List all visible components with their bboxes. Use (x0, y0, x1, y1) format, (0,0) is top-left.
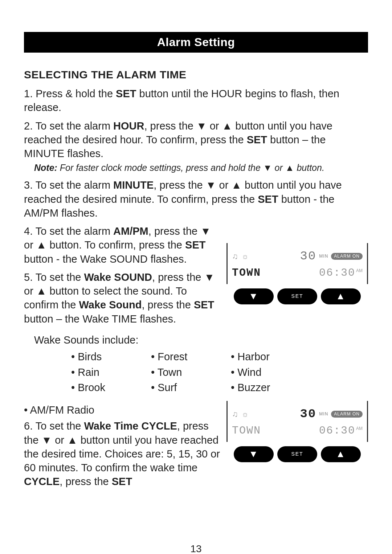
sun-icon: ☼ (242, 409, 249, 419)
step-text: To set the alarm (36, 120, 113, 132)
ampm-label: AM (356, 426, 363, 431)
step-4: 4. To set the alarm AM/PM, press the ▼ o… (24, 224, 220, 266)
illustration-2: ♫ ☼ 30 MIN ALARM ON TOWN 06:30AM (226, 401, 368, 462)
sound-item: Brook (71, 381, 147, 394)
alarm-on-badge: ALARM ON (331, 411, 363, 418)
bold-set: SET (194, 299, 214, 311)
bold-hour: HOUR (113, 120, 144, 132)
step-text: To set the alarm (36, 179, 113, 191)
step-number: 1. (24, 88, 33, 99)
up-button[interactable]: ▲ (321, 446, 361, 462)
bold-set: SET (185, 239, 205, 251)
step-number: 6. (24, 420, 33, 432)
bold-set: SET (258, 193, 278, 205)
bold-set: SET (116, 88, 136, 99)
step-number: 5. (24, 271, 33, 283)
step-text: To set the (36, 420, 84, 432)
step-number: 3. (24, 179, 33, 191)
section-heading: SELECTING THE ALARM TIME (24, 69, 368, 81)
sound-item: Rain (71, 365, 147, 379)
step-2: 2. To set the alarm HOUR, press the ▼ or… (24, 119, 368, 174)
sound-item: Wind (231, 365, 307, 379)
step-text: Press & hold the (36, 88, 116, 99)
button-row-1: ▼ SET ▲ (226, 288, 368, 304)
step-1: 1. Press & hold the SET button until the… (24, 87, 368, 115)
step-3: 3. To set the alarm MINUTE, press the ▼ … (24, 178, 368, 220)
music-note-icon: ♫ (232, 409, 238, 419)
sound-item: Buzzer (231, 381, 307, 394)
sound-item: Harbor (231, 350, 307, 364)
sound-name: TOWN (232, 424, 261, 438)
step-text: To set the (36, 271, 84, 283)
step-text: , press the (60, 476, 111, 487)
ampm-label: AM (356, 268, 363, 273)
step-text: button - the Wake SOUND flashes. (24, 253, 187, 265)
sound-item: Surf (151, 381, 227, 394)
min-label: MIN (319, 254, 328, 259)
down-button[interactable]: ▼ (234, 288, 274, 304)
bold-wake-time-cycle: Wake Time CYCLE (84, 420, 177, 432)
alarm-time: 06:30 (319, 267, 355, 279)
bold-set: SET (112, 476, 132, 487)
bold-minute: MINUTE (113, 179, 154, 191)
bold-set: SET (247, 134, 267, 145)
step-5: 5. To set the Wake SOUND, press the ▼ or… (24, 270, 220, 326)
step-2-note: Note: For faster clock mode settings, pr… (24, 162, 368, 174)
sound-item: Birds (71, 350, 147, 364)
sound-name: TOWN (232, 266, 261, 280)
amfm-radio-item: • AM/FM Radio (24, 403, 220, 417)
alarm-time: 06:30 (319, 424, 355, 437)
step-text: , press the (142, 299, 193, 311)
note-label: Note: (34, 163, 57, 173)
alarm-on-badge: ALARM ON (331, 253, 363, 260)
title-bar: Alarm Setting (24, 32, 368, 53)
down-button[interactable]: ▼ (234, 446, 274, 462)
up-button[interactable]: ▲ (321, 288, 361, 304)
cycle-value: 30 (300, 406, 317, 422)
set-button[interactable]: SET (277, 446, 317, 462)
bold-ampm: AM/PM (113, 225, 148, 237)
lcd-display-2: ♫ ☼ 30 MIN ALARM ON TOWN 06:30AM (226, 401, 368, 442)
sound-item: Forest (151, 350, 227, 364)
illustration-1: ♫ ☼ 30 MIN ALARM ON TOWN 06:30AM (226, 243, 368, 304)
wake-sounds-label: Wake Sounds include: (24, 333, 368, 347)
page-number: 13 (24, 543, 368, 554)
button-row-2: ▼ SET ▲ (226, 446, 368, 462)
note-text: For faster clock mode settings, press an… (57, 163, 324, 173)
set-button[interactable]: SET (277, 288, 317, 304)
sun-icon: ☼ (242, 251, 249, 262)
music-note-icon: ♫ (232, 251, 238, 262)
step-6: 6. To set the Wake Time CYCLE, press the… (24, 419, 220, 488)
bold-cycle: CYCLE (24, 476, 60, 487)
step-text: button – the Wake TIME flashes. (24, 313, 176, 325)
sound-item: Town (151, 365, 227, 379)
lcd-display-1: ♫ ☼ 30 MIN ALARM ON TOWN 06:30AM (226, 243, 368, 284)
step-number: 4. (24, 225, 33, 237)
min-label: MIN (319, 411, 328, 417)
instruction-steps: 1. Press & hold the SET button until the… (24, 87, 368, 493)
step-number: 2. (24, 120, 33, 132)
bold-wake-sound2: Wake Sound (79, 299, 142, 311)
bold-wake-sound: Wake SOUND (84, 271, 152, 283)
wake-sounds-list: Birds Forest Harbor Rain Town Wind Brook… (24, 350, 368, 394)
step-text: To set the alarm (36, 225, 113, 237)
cycle-value: 30 (300, 248, 317, 264)
